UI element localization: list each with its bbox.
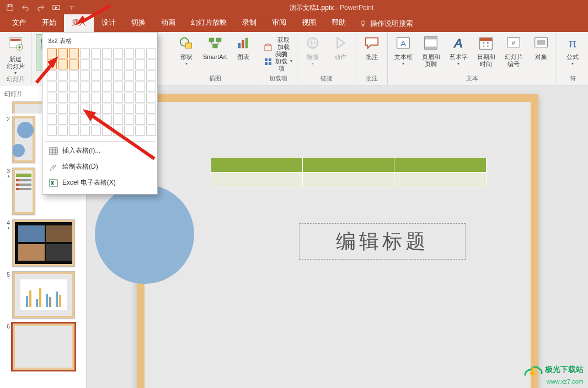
grid-cell[interactable] bbox=[102, 82, 112, 91]
grid-cell[interactable] bbox=[58, 48, 68, 58]
grid-cell[interactable] bbox=[69, 71, 79, 80]
grid-cell[interactable] bbox=[58, 82, 68, 91]
grid-cell[interactable] bbox=[91, 104, 101, 114]
grid-cell[interactable] bbox=[113, 60, 123, 69]
date-time-button[interactable]: 日期和时间 bbox=[475, 34, 497, 68]
slide-number-button[interactable]: # 幻灯片 编号 bbox=[503, 34, 525, 68]
tab-animations[interactable]: 动画 bbox=[153, 14, 183, 32]
grid-cell[interactable] bbox=[80, 82, 90, 91]
grid-cell[interactable] bbox=[80, 115, 90, 125]
grid-cell[interactable] bbox=[124, 93, 134, 103]
grid-cell[interactable] bbox=[91, 60, 101, 69]
grid-cell[interactable] bbox=[135, 48, 145, 58]
grid-cell[interactable] bbox=[113, 126, 123, 136]
grid-cell[interactable] bbox=[58, 126, 68, 136]
header-footer-button[interactable]: 页眉和页脚 bbox=[420, 34, 442, 68]
grid-cell[interactable] bbox=[146, 48, 156, 58]
grid-cell[interactable] bbox=[47, 71, 57, 80]
grid-cell[interactable] bbox=[124, 82, 134, 91]
slide-thumbnail[interactable] bbox=[12, 168, 35, 215]
grid-cell[interactable] bbox=[58, 104, 68, 114]
grid-cell[interactable] bbox=[113, 115, 123, 125]
grid-cell[interactable] bbox=[69, 82, 79, 91]
slide-thumbnail[interactable] bbox=[12, 116, 35, 163]
tab-slideshow[interactable]: 幻灯片放映 bbox=[183, 14, 234, 32]
slide[interactable]: 编辑标题 bbox=[137, 94, 538, 388]
grid-cell[interactable] bbox=[124, 71, 134, 80]
grid-cell[interactable] bbox=[91, 82, 101, 91]
grid-cell[interactable] bbox=[80, 104, 90, 114]
inserted-table[interactable] bbox=[211, 157, 487, 187]
grid-cell[interactable] bbox=[102, 104, 112, 114]
grid-cell[interactable] bbox=[47, 48, 57, 58]
grid-cell[interactable] bbox=[124, 48, 134, 58]
grid-cell[interactable] bbox=[47, 82, 57, 91]
tab-help[interactable]: 帮助 bbox=[324, 14, 354, 32]
tell-me-search[interactable]: 操作说明搜索 bbox=[354, 15, 419, 32]
tab-review[interactable]: 审阅 bbox=[264, 14, 294, 32]
grid-cell[interactable] bbox=[113, 82, 123, 91]
grid-cell[interactable] bbox=[47, 104, 57, 114]
shapes-button[interactable]: 形状▾ bbox=[175, 34, 197, 66]
action-button[interactable]: 动作 bbox=[329, 34, 351, 61]
grid-cell[interactable] bbox=[91, 48, 101, 58]
grid-cell[interactable] bbox=[102, 126, 112, 136]
my-addins-button[interactable]: 我的加载项 ▾ bbox=[264, 56, 292, 68]
grid-cell[interactable] bbox=[91, 126, 101, 136]
grid-cell[interactable] bbox=[69, 126, 79, 136]
grid-cell[interactable] bbox=[135, 104, 145, 114]
grid-cell[interactable] bbox=[69, 115, 79, 125]
grid-cell[interactable] bbox=[91, 71, 101, 80]
grid-cell[interactable] bbox=[91, 93, 101, 103]
grid-cell[interactable] bbox=[135, 71, 145, 80]
grid-cell[interactable] bbox=[69, 60, 79, 69]
grid-cell[interactable] bbox=[113, 93, 123, 103]
grid-cell[interactable] bbox=[69, 104, 79, 114]
start-from-beginning-icon[interactable] bbox=[50, 1, 63, 14]
tab-insert[interactable]: 插入 bbox=[64, 14, 94, 32]
link-button[interactable]: 链接▾ bbox=[302, 34, 324, 66]
grid-cell[interactable] bbox=[102, 93, 112, 103]
tab-transitions[interactable]: 切换 bbox=[124, 14, 153, 32]
slide-thumbnail[interactable] bbox=[12, 271, 75, 319]
grid-cell[interactable] bbox=[135, 82, 145, 91]
grid-cell[interactable] bbox=[146, 71, 156, 80]
redo-icon[interactable] bbox=[34, 1, 47, 14]
grid-cell[interactable] bbox=[146, 60, 156, 69]
grid-cell[interactable] bbox=[135, 115, 145, 125]
undo-icon[interactable] bbox=[19, 1, 32, 14]
grid-cell[interactable] bbox=[146, 93, 156, 103]
tab-view[interactable]: 视图 bbox=[294, 14, 324, 32]
excel-spreadsheet-menuitem[interactable]: Excel 电子表格(X) bbox=[46, 175, 154, 191]
grid-cell[interactable] bbox=[124, 60, 134, 69]
grid-cell[interactable] bbox=[124, 104, 134, 114]
tab-file[interactable]: 文件 bbox=[4, 14, 34, 32]
grid-cell[interactable] bbox=[135, 126, 145, 136]
textbox-button[interactable]: A 文本框▾ bbox=[392, 34, 414, 66]
grid-cell[interactable] bbox=[146, 104, 156, 114]
grid-cell[interactable] bbox=[80, 93, 90, 103]
grid-cell[interactable] bbox=[146, 126, 156, 136]
slide-thumbnail[interactable] bbox=[12, 323, 75, 370]
insert-table-menuitem[interactable]: 插入表格(I)... bbox=[46, 143, 154, 159]
grid-cell[interactable] bbox=[113, 48, 123, 58]
grid-cell[interactable] bbox=[80, 48, 90, 58]
title-placeholder[interactable]: 编辑标题 bbox=[299, 223, 466, 260]
tab-design[interactable]: 设计 bbox=[94, 14, 124, 32]
grid-cell[interactable] bbox=[102, 48, 112, 58]
grid-cell[interactable] bbox=[69, 93, 79, 103]
new-slide-button[interactable]: 新建 幻灯片 ▾ bbox=[4, 34, 26, 76]
grid-cell[interactable] bbox=[146, 115, 156, 125]
grid-cell[interactable] bbox=[58, 60, 68, 69]
save-icon[interactable] bbox=[3, 1, 17, 14]
grid-cell[interactable] bbox=[124, 115, 134, 125]
grid-cell[interactable] bbox=[80, 71, 90, 80]
grid-cell[interactable] bbox=[113, 104, 123, 114]
grid-cell[interactable] bbox=[47, 93, 57, 103]
tab-home[interactable]: 开始 bbox=[34, 14, 64, 32]
grid-cell[interactable] bbox=[102, 71, 112, 80]
object-button[interactable]: 对象 bbox=[530, 34, 552, 61]
grid-cell[interactable] bbox=[58, 115, 68, 125]
draw-table-menuitem[interactable]: 绘制表格(D) bbox=[46, 159, 154, 175]
tab-record[interactable]: 录制 bbox=[234, 14, 264, 32]
